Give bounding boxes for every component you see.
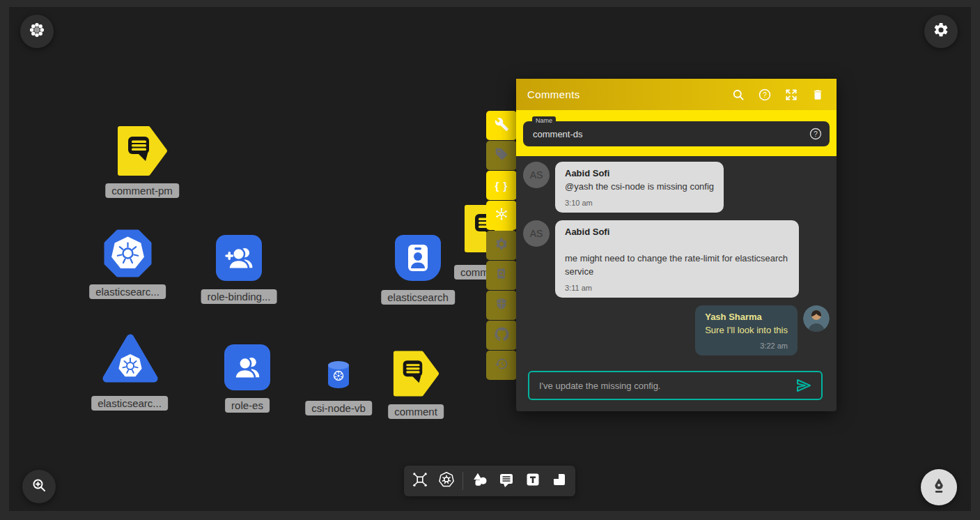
avatar-photo	[803, 305, 830, 332]
node-label: elasticsearc...	[89, 284, 166, 299]
svg-text:?: ?	[814, 130, 818, 138]
avatar: AS	[523, 220, 550, 247]
message-text: Sure I'll look into this	[705, 324, 788, 337]
comments-panel: Comments ? Name ? AS Aabid Sofi @yash th…	[516, 79, 837, 411]
pen-nib-icon	[930, 477, 948, 498]
message-author: Aabid Sofi	[565, 227, 789, 237]
kubernetes-button[interactable]	[436, 471, 457, 491]
node-label: role-es	[225, 398, 270, 413]
comment-thread: AS Aabid Sofi @yash the csi-node is miss…	[516, 156, 837, 369]
avatar: AS	[523, 162, 550, 188]
toolbar-shield-button[interactable]	[486, 291, 517, 320]
comment-input[interactable]	[539, 381, 795, 391]
node-label: elasticsearc...	[91, 396, 168, 411]
comment-icon	[498, 471, 515, 491]
toolbar-hub-button[interactable]	[486, 201, 517, 230]
help-button[interactable]: ?	[757, 87, 772, 102]
tag-icon	[495, 147, 508, 164]
name-help-icon[interactable]: ?	[809, 127, 823, 141]
message-time: 3:22 am	[705, 342, 788, 350]
svg-text:?: ?	[763, 91, 767, 98]
node-elasticsearch-badge[interactable]	[395, 235, 441, 281]
media-tool-button[interactable]	[549, 471, 570, 491]
wrench-icon	[495, 117, 509, 135]
message-text: me might need to change the rate-limit f…	[565, 252, 789, 279]
node-csi-node-cylinder[interactable]	[327, 360, 350, 392]
node-label: csi-node-vb	[305, 401, 372, 415]
shield-icon	[495, 297, 508, 314]
message-bubble: Yash Sharma Sure I'll look into this 3:2…	[695, 305, 798, 356]
component-circuit-icon	[411, 471, 429, 491]
node-label: comment-pm	[105, 183, 179, 198]
message-text: @yash the csi-node is missing config	[565, 181, 714, 194]
shapes-icon	[471, 471, 489, 491]
search-button[interactable]	[731, 87, 746, 102]
node-comment-pm[interactable]	[117, 125, 168, 179]
message-bubble: Aabid Sofi me might need to change the r…	[555, 220, 799, 298]
node-role-es[interactable]	[224, 344, 270, 390]
flower-menu-icon	[28, 21, 46, 42]
toolbar-braces-button[interactable]: { }	[486, 171, 517, 200]
app-stage: comment-pm elasticsearc... role-binding.…	[0, 0, 980, 520]
delete-button[interactable]	[810, 87, 825, 102]
github-icon	[495, 327, 509, 344]
zoom-in-button[interactable]	[22, 470, 56, 503]
settings-gear-icon	[933, 22, 949, 41]
braces-icon: { }	[495, 180, 508, 192]
toolbar-tag-button[interactable]	[486, 141, 517, 170]
toolbar-history-button[interactable]	[486, 351, 517, 380]
expand-button[interactable]	[784, 87, 799, 102]
message-row: AS Aabid Sofi @yash the csi-node is miss…	[523, 162, 830, 213]
node-elasticsearch-octagon[interactable]	[103, 229, 153, 281]
component-circuit-button[interactable]	[410, 471, 430, 491]
message-author: Yash Sharma	[705, 312, 788, 322]
send-button[interactable]	[795, 376, 813, 395]
name-input[interactable]	[523, 121, 830, 146]
panel-title: Comments	[527, 89, 720, 100]
toolbar-gear-button[interactable]	[486, 231, 517, 260]
doc-scan-icon	[495, 267, 508, 284]
settings-button[interactable]	[924, 15, 958, 48]
node-label: comment	[388, 404, 444, 419]
text-icon	[524, 471, 541, 491]
node-role-binding[interactable]	[216, 235, 262, 281]
text-tool-button[interactable]	[522, 471, 543, 491]
history-icon	[495, 357, 508, 374]
hub-mesh-icon	[494, 206, 509, 224]
media-icon	[551, 471, 568, 491]
shapes-button[interactable]	[469, 471, 490, 491]
component-side-toolbar: { }	[486, 111, 517, 380]
toolbar-wrench-button[interactable]	[486, 111, 517, 140]
app-menu-button[interactable]	[20, 15, 54, 48]
kubernetes-icon	[437, 471, 456, 491]
node-name-section: Name ?	[516, 110, 837, 156]
node-label: role-binding...	[201, 289, 277, 304]
message-row: Yash Sharma Sure I'll look into this 3:2…	[523, 305, 830, 356]
pen-tool-button[interactable]	[921, 469, 957, 505]
node-elasticsearch-triangle[interactable]	[102, 333, 159, 389]
gear-icon	[495, 237, 508, 254]
comments-panel-header[interactable]: Comments ?	[516, 79, 837, 110]
node-label: elasticsearch	[381, 290, 455, 305]
message-row: AS Aabid Sofi me might need to change th…	[523, 220, 830, 298]
node-label: comm	[454, 265, 489, 280]
message-time: 3:10 am	[565, 199, 714, 207]
zoom-in-icon	[31, 477, 47, 496]
canvas-bottom-toolbar	[404, 466, 575, 496]
name-field-label: Name	[532, 116, 556, 125]
comment-tool-button[interactable]	[496, 471, 517, 491]
toolbar-doc-scan-button[interactable]	[486, 261, 517, 290]
node-comment[interactable]	[393, 349, 440, 402]
message-bubble: Aabid Sofi @yash the csi-node is missing…	[555, 162, 724, 213]
toolbar-divider	[462, 472, 463, 490]
message-author: Aabid Sofi	[565, 168, 714, 178]
toolbar-github-button[interactable]	[486, 321, 517, 350]
comment-composer[interactable]	[528, 371, 823, 400]
message-time: 3:11 am	[565, 284, 789, 292]
